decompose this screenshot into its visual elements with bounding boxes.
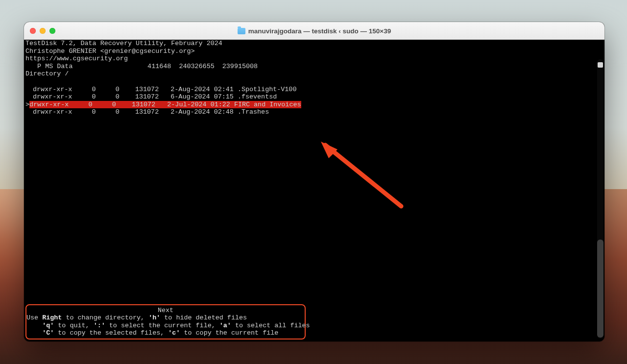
list-item[interactable]: drwxr-xr-x 0 0 131072 2-Aug-2024 02:48 .… (25, 108, 596, 116)
footer-line3: 'C' to copy the selected files, 'c' to c… (26, 329, 305, 337)
testdisk-header-line1: TestDisk 7.2, Data Recovery Utility, Feb… (25, 40, 596, 48)
window-title: manuvirajgodara — testdisk ‹ sudo — 150×… (248, 27, 391, 35)
maximize-icon[interactable] (49, 28, 55, 34)
scrollbar-thumb[interactable] (597, 240, 603, 338)
list-item[interactable]: >drwxr-xr-x 0 0 131072 2-Jul-2024 01:22 … (25, 101, 596, 109)
terminal-window: manuvirajgodara — testdisk ‹ sudo — 150×… (24, 22, 604, 341)
help-footer: Next Use Right to change directory, 'h' … (25, 304, 306, 340)
window-traffic-lights (30, 28, 55, 34)
testdisk-header-line2: Christophe GRENIER <grenier@cgsecurity.o… (25, 48, 596, 55)
folder-icon (238, 28, 245, 34)
directory-line: Directory / (25, 70, 596, 78)
partition-line: P MS Data 411648 240326655 239915008 (25, 63, 596, 71)
terminal-body[interactable]: TestDisk 7.2, Data Recovery Utility, Feb… (24, 40, 604, 341)
testdisk-header-line3: https://www.cgsecurity.org (25, 55, 596, 63)
window-title-wrap: manuvirajgodara — testdisk ‹ sudo — 150×… (238, 27, 391, 35)
terminal-content: TestDisk 7.2, Data Recovery Utility, Feb… (25, 40, 596, 341)
list-item[interactable]: drwxr-xr-x 0 0 131072 6-Aug-2024 07:15 .… (25, 93, 596, 101)
close-icon[interactable] (30, 28, 36, 34)
minimize-icon[interactable] (40, 28, 46, 34)
list-item[interactable]: drwxr-xr-x 0 0 131072 2-Aug-2024 02:41 .… (25, 86, 596, 94)
window-titlebar[interactable]: manuvirajgodara — testdisk ‹ sudo — 150×… (24, 22, 604, 40)
footer-next: Next (26, 307, 305, 315)
footer-line2: 'q' to quit, ':' to select the current f… (26, 322, 305, 330)
file-listing[interactable]: drwxr-xr-x 0 0 131072 2-Aug-2024 02:41 .… (25, 86, 596, 116)
footer-line1: Use Right to change directory, 'h' to hi… (26, 314, 305, 322)
